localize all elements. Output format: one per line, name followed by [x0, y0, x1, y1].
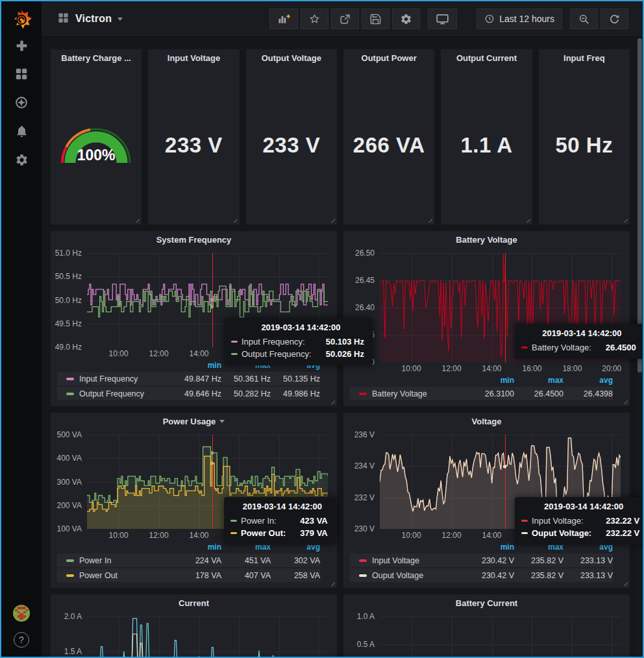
panel-title[interactable]: Output Voltage: [246, 49, 337, 66]
save-button[interactable]: [362, 8, 390, 29]
legend-value: 50.361 Hz: [221, 374, 271, 384]
tooltip-series-label: Battery Voltage:: [532, 343, 591, 352]
graph-tooltip: 2019-03-14 14:42:00Power In:423 VAPower …: [224, 497, 336, 544]
panel-title[interactable]: Current: [51, 594, 337, 611]
y-axis-label: 26.45: [355, 276, 375, 285]
panel-title[interactable]: Battery Voltage: [343, 231, 630, 248]
panel-title-text: Battery Voltage: [456, 235, 517, 245]
panel-title[interactable]: System Frequency: [51, 231, 337, 248]
legend-header-min: min: [172, 361, 221, 370]
legend-series-name[interactable]: Battery Voltage: [372, 389, 427, 398]
panel-output-voltage: Output Voltage233 V: [246, 49, 337, 225]
legend-series-name[interactable]: Output Frequency: [79, 389, 144, 398]
navbar-actions: Last 12 hours: [269, 8, 628, 29]
stat-value: 1.1 A: [460, 133, 512, 158]
cycle-view-button[interactable]: [428, 8, 457, 29]
dashboard-picker[interactable]: Victron: [57, 12, 123, 27]
apps-grid-icon: [57, 12, 69, 27]
sidebar-item-add[interactable]: [1, 32, 42, 61]
sidebar-item-dashboards[interactable]: [1, 61, 42, 90]
legend-value: 302 VA: [271, 556, 320, 565]
y-axis-label: 1.0 A: [357, 612, 375, 621]
navbar: Victron: [42, 1, 643, 37]
settings-gear-icon: [400, 13, 412, 25]
series-swatch: [66, 574, 74, 577]
x-axis-label: 10:00: [402, 364, 421, 373]
search-minus-icon: [578, 13, 590, 25]
legend-series-name[interactable]: Input Frequency: [79, 374, 138, 384]
legend: minmaxavgPower In224 VA451 VA302 VAPower…: [51, 542, 337, 588]
legend-value: 49.847 Hz: [172, 374, 221, 384]
graph-tooltip: 2019-03-14 14:42:00Input Frequency:50.10…: [225, 318, 373, 365]
y-axis-label: 2.0 A: [64, 612, 82, 621]
legend-header-avg: avg: [564, 376, 613, 385]
panel-current: Current2.0 A1.5 A1.0 A0.5 A0 A10:0012:00…: [51, 594, 337, 657]
scrollbar-thumb[interactable]: [638, 38, 642, 372]
panel-title[interactable]: Input Voltage: [148, 49, 239, 66]
avatar[interactable]: [13, 605, 30, 622]
tooltip-series-value: 26.4500: [591, 343, 636, 352]
x-axis-label: 10:00: [109, 349, 129, 358]
panel-title[interactable]: Output Power: [343, 49, 434, 66]
legend-value: 233.13 V: [564, 571, 613, 580]
legend-value: 451 VA: [221, 556, 271, 565]
legend-series-name[interactable]: Power In: [79, 556, 111, 565]
x-axis-label: 10:00: [109, 531, 129, 540]
legend-value: 49.646 Hz: [172, 389, 221, 398]
panel-title[interactable]: Battery Current: [343, 594, 630, 611]
plot-area: 1.0 A0.5 A0 A: [380, 616, 621, 657]
time-picker-button[interactable]: Last 12 hours: [477, 8, 562, 29]
legend-value: 26.4398: [564, 389, 613, 398]
panel-title-text: System Frequency: [156, 235, 232, 245]
stat-value: 50 Hz: [555, 133, 613, 158]
chevron-down-icon: [219, 420, 225, 423]
legend-value: 50.282 Hz: [221, 389, 271, 398]
x-axis-label: 12:00: [149, 349, 169, 358]
panel-battery-current: Battery Current1.0 A0.5 A0 A10:0012:0014…: [343, 594, 630, 657]
tooltip-series-row: Ouput Voltage:232.22 V: [521, 527, 639, 539]
legend-series-name[interactable]: Power Out: [79, 571, 118, 580]
panel-title[interactable]: Power Usage: [51, 413, 337, 430]
time-range-label: Last 12 hours: [499, 14, 554, 24]
x-axis-label: 12:00: [442, 531, 462, 540]
star-button[interactable]: [301, 8, 328, 29]
series-swatch: [66, 559, 74, 562]
panel-title[interactable]: Output Current: [441, 49, 532, 66]
legend-series-name[interactable]: Input Voltage: [372, 556, 419, 565]
panel-title[interactable]: Voltage: [343, 413, 630, 430]
tooltip-series-value: 50.103 Hz: [312, 337, 364, 347]
panel-input-voltage: Input Voltage233 V: [148, 49, 239, 225]
grafana-window: ? Victron: [0, 0, 644, 658]
settings-button[interactable]: [392, 8, 420, 29]
series-swatch: [359, 393, 367, 395]
legend-header-max: max: [514, 376, 564, 385]
tooltip-series-label: Input Frequency:: [242, 337, 305, 347]
zoom-out-button[interactable]: [570, 8, 598, 29]
sidebar-item-configuration[interactable]: [1, 147, 42, 175]
add-panel-button[interactable]: [269, 8, 298, 29]
legend-value: 230.42 V: [465, 556, 514, 565]
series-swatch: [359, 574, 367, 577]
tooltip-series-label: Power In:: [241, 516, 277, 526]
graph-tooltip: 2019-03-14 14:42:00Battery Voltage:26.45…: [515, 324, 644, 359]
y-axis-label: 50.5 Hz: [55, 272, 82, 281]
share-button[interactable]: [331, 8, 359, 29]
help-icon[interactable]: ?: [14, 632, 29, 648]
tooltip-series-label: Input Voltage:: [532, 516, 584, 526]
tooltip-series-value: 50.026 Hz: [312, 349, 364, 359]
refresh-button[interactable]: [601, 8, 628, 29]
panel-battery-voltage: Battery Voltage26.5026.4526.4026.3526.30…: [343, 231, 630, 406]
sidebar-item-explore[interactable]: [1, 90, 42, 118]
y-axis-label: 26.40: [355, 303, 375, 312]
legend-row: Power Out178 VA407 VA258 VA: [57, 568, 320, 582]
series-swatch: [230, 520, 237, 522]
legend-series-name[interactable]: Ouput Voltage: [372, 571, 423, 580]
legend-row: Battery Voltage26.310026.450026.4398: [350, 387, 613, 400]
x-axis-label: 10:00: [402, 531, 421, 540]
sidebar-item-alerting[interactable]: [1, 118, 42, 147]
tooltip-series-row: Output Frequency:50.026 Hz: [231, 348, 364, 360]
panel-title[interactable]: Input Freq: [539, 49, 630, 66]
legend-value: 178 VA: [172, 571, 221, 580]
panel-title[interactable]: Battery Charge ...: [51, 49, 142, 66]
x-axis-label: 16:00: [522, 364, 541, 373]
